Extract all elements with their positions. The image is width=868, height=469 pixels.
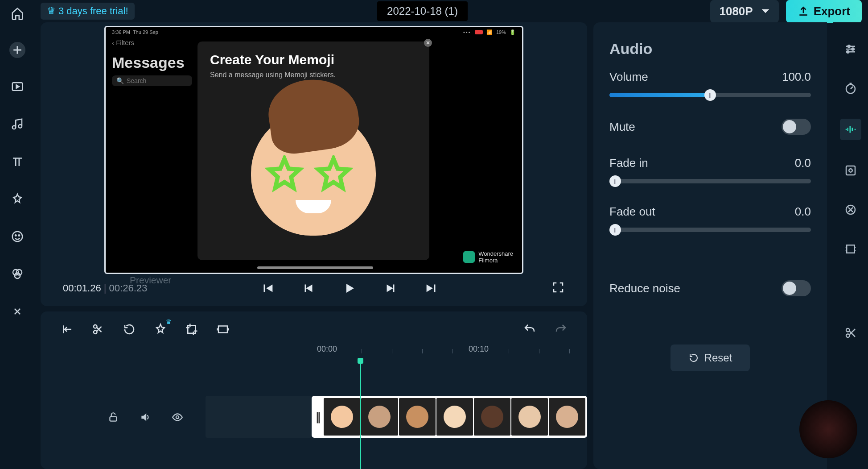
resolution-value: 1080P [719,4,753,18]
lock-track-button[interactable] [107,411,121,425]
svg-point-20 [849,169,852,172]
fadein-label: Fade in [609,156,648,170]
clip-thumb [474,398,510,436]
svg-rect-22 [847,245,855,253]
speed-icon[interactable] [842,79,860,97]
svg-point-2 [18,125,22,128]
add-media-button[interactable] [9,42,25,58]
previewer-label: Previewer [130,275,171,286]
clip-thumb [511,398,548,436]
visibility-track-button[interactable] [172,411,185,425]
svg-point-8 [14,273,20,279]
ios-status-bar: 3:36 PM Thu 29 Sep ••• 📶19%🔋 [106,27,522,37]
filters-icon[interactable] [8,265,26,283]
stock-media-icon[interactable] [8,78,26,95]
panel-title: Audio [609,40,811,58]
adjust-icon[interactable] [842,40,860,58]
svg-rect-13 [110,417,116,421]
filmora-logo-icon [463,251,475,263]
rotate-button[interactable] [122,322,137,337]
clip-thumb [324,398,360,436]
clip-thumb [549,398,585,436]
svg-point-5 [18,235,20,236]
timeline-ruler[interactable]: 00:00 00:10 00:20 [41,344,587,358]
trial-badge[interactable]: ♛ 3 days free trial! [41,3,135,20]
resolution-dropdown[interactable]: 1080P [710,0,778,23]
fadeout-value: 0.0 [795,205,811,219]
home-icon[interactable] [8,4,26,22]
frame-forward-button[interactable] [383,280,399,296]
audio-panel: Audio Volume 100.0 || Mute Fade in 0.0 [593,22,827,469]
mute-label: Mute [609,120,635,134]
ios-back-nav: ‹ Filters [112,39,134,46]
timeline-tracks[interactable]: ‖ [41,358,587,469]
audio-tab-icon[interactable] [840,119,861,140]
memoji-card: Create Your Memoji Send a message using … [197,42,429,260]
stickers-icon[interactable] [8,228,26,245]
svg-point-16 [852,48,854,50]
crown-badge-icon: ♛ [166,318,172,325]
fadeout-slider[interactable]: || [609,228,811,232]
undo-button[interactable] [522,322,537,337]
volume-slider[interactable]: || [609,93,811,97]
skip-start-button[interactable] [259,280,276,296]
play-button[interactable] [341,280,358,296]
svg-point-23 [846,328,850,332]
fullscreen-button[interactable] [551,281,565,296]
top-bar: ♛ 3 days free trial! 2022-10-18 (1) 1080… [34,0,868,22]
canvas-icon[interactable] [842,240,860,258]
clip-thumb [361,398,398,436]
music-icon[interactable] [8,115,26,133]
snap-start-button[interactable] [59,322,74,337]
trial-text: 3 days free trial! [58,5,128,17]
text-icon[interactable] [8,153,26,170]
split-button[interactable] [91,322,106,337]
chevron-down-icon [761,8,770,14]
clip-thumb [436,398,473,436]
volume-label: Volume [609,70,648,84]
svg-point-15 [848,45,850,47]
fadein-value: 0.0 [795,156,811,170]
clip-thumb [399,398,436,436]
reset-button[interactable]: Reset [671,344,750,371]
preview-panel: 3:36 PM Thu 29 Sep ••• 📶19%🔋 ‹ Filters M… [41,22,587,306]
svg-point-24 [846,334,850,338]
playhead[interactable] [360,358,361,469]
ios-messages-heading: Messages [112,54,185,71]
left-sidebar [0,0,34,469]
memoji-avatar [210,79,417,249]
svg-point-4 [15,235,16,236]
crop-button[interactable] [184,322,199,337]
svg-point-1 [12,126,16,129]
magic-button[interactable]: ♛ [153,322,168,337]
fadeout-label: Fade out [609,205,655,219]
project-title: 2022-10-18 (1) [377,1,468,21]
export-button[interactable]: Export [786,0,862,23]
video-clip[interactable]: ‖ [312,396,587,438]
color-icon[interactable] [842,162,860,179]
transitions-icon[interactable] [8,303,26,320]
cut-icon[interactable] [842,324,860,342]
svg-rect-12 [218,326,227,333]
clip-handle-left[interactable]: ‖ [313,398,323,436]
card-title: Create Your Memoji [210,52,417,67]
timeline-toolbar: ♛ [41,318,587,341]
export-label: Export [814,4,850,18]
frame-back-button[interactable] [300,280,317,296]
recording-indicator-icon [475,30,483,34]
effects-icon[interactable] [8,190,26,208]
aspect-button[interactable] [215,322,230,337]
pip-icon[interactable] [842,201,860,219]
mute-track-button[interactable] [140,411,153,425]
redo-button[interactable] [553,322,568,337]
svg-point-17 [847,51,849,53]
ios-search-field: 🔍Search [112,75,192,86]
reset-icon [688,353,699,363]
volume-value: 100.0 [782,70,811,84]
mute-toggle[interactable] [782,119,811,135]
noise-toggle[interactable] [782,280,811,296]
skip-end-button[interactable] [424,280,440,296]
video-preview: 3:36 PM Thu 29 Sep ••• 📶19%🔋 ‹ Filters M… [104,26,523,274]
svg-point-10 [94,331,97,334]
fadein-slider[interactable]: || [609,179,811,183]
